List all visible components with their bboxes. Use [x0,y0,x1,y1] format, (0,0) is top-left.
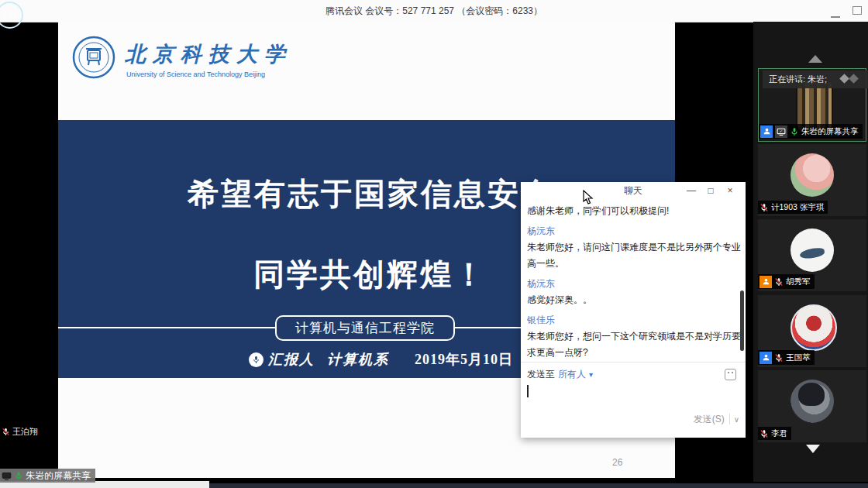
chat-message: 感谢朱老师，同学们可以积极提问! [527,203,746,219]
send-to-label: 发送至 [527,368,555,381]
tile-label: 李君 [758,427,791,440]
presenter-row: 汇报人 计算机系 [249,350,389,369]
participant-name: 李君 [771,428,787,439]
chat-message: 银佳乐 朱老师您好，想问一下这个研究领域是不是对学历要求更高一点呀? [527,312,746,361]
send-button[interactable]: 发送(S) [694,414,730,424]
screen-share-icon [2,471,12,481]
tile-label: 王国萃 [758,350,815,365]
slide-date: 2019年5月10日 [415,350,513,369]
chat-sender: 杨沅东 [527,223,746,239]
presenter-mic-icon [249,352,264,367]
meeting-title: 腾讯会议 会议号：527 771 257 （会议密码：6233） [0,0,868,22]
mic-muted-icon [774,277,784,287]
person-badge-icon [760,276,772,288]
chat-message: 杨沅东 朱老师您好，请问这门课难度是不是比另外两个专业高一些。 [527,223,746,272]
tile-label: 胡秀军 [758,274,815,289]
video-tile-zhangyuqi[interactable]: 计1903 张宇琪 [758,144,866,216]
divider [521,362,746,363]
tile-label: 朱岩的屏幕共享 [759,124,863,139]
slide-headline-1: 希望有志于国家信息安全 [188,173,554,215]
chat-input[interactable] [527,382,736,411]
presenter-name: 计算机系 [327,350,389,369]
screen-share-status[interactable]: 朱岩的屏幕共享 [0,469,95,483]
divider-line [58,327,275,328]
chat-sender: 银佳乐 [527,312,746,328]
mic-muted-icon [2,428,10,436]
participant-name: 朱岩的屏幕共享 [801,126,859,137]
scroll-up-arrow-icon[interactable] [808,55,822,63]
send-to-selector[interactable]: 所有人 [558,368,586,381]
presenter-label: 汇报人 [268,350,315,369]
chat-scrollbar[interactable] [740,290,744,351]
mic-muted-icon [760,429,769,438]
mic-muted-icon [760,203,769,212]
host-person-icon [760,125,773,138]
chat-window: 聊天 — □ × 感谢朱老师，同学们可以积极提问! 杨沅东 朱老师您好，请问这门… [521,182,746,438]
self-view-label: 王泊翔 [2,426,38,438]
chat-message: 杨沅东 感觉好深奥。。 [527,276,746,308]
participant-name: 王国萃 [786,352,811,363]
chat-close-icon[interactable]: × [724,185,736,196]
university-name-en: University of Science and Technology Bei… [126,70,265,78]
send-to-row: 发送至 所有人 ▾ [527,368,593,381]
send-row: 发送(S)∨ [521,413,739,426]
video-tile-lijun[interactable]: 李君 [758,370,866,442]
university-logo: 北京科技大学 University of Science and Technol… [72,34,305,88]
video-tile-huxiujun[interactable]: 胡秀军 [758,219,866,291]
chevron-down-icon[interactable]: ▾ [589,370,593,379]
chat-maximize-icon[interactable]: □ [704,185,717,196]
scroll-down-arrow-icon[interactable] [806,445,820,453]
university-seal-icon [72,36,115,79]
university-name-cn: 北京科技大学 [125,40,292,68]
chat-minimize-icon[interactable]: — [685,185,698,196]
participant-name: 计1903 张宇琪 [771,202,824,213]
mic-on-icon [790,127,799,136]
tile-label: 计1903 张宇琪 [758,201,828,214]
meeting-timer-bubble[interactable]: 1:04 [0,2,23,29]
slide-page-number: 26 [612,457,622,468]
app-titlebar: 腾讯会议 会议号：527 771 257 （会议密码：6233） [0,0,868,22]
mic-on-icon [14,471,23,480]
department-box: 计算机与通信工程学院 [275,315,455,341]
screen-share-label: 朱岩的屏幕共享 [26,469,91,483]
restore-button[interactable] [852,6,862,15]
send-options-chevron-icon[interactable]: ∨ [730,415,739,424]
participant-name: 王泊翔 [12,426,38,438]
avatar [790,304,837,351]
avatar [790,153,834,197]
screen-share-icon [775,125,787,138]
mouse-cursor [583,190,594,205]
background-taskbar-edge [209,483,868,488]
avatar [790,229,834,272]
emoji-icon[interactable] [725,369,736,380]
participant-name: 胡秀军 [786,277,811,287]
chat-sender: 杨沅东 [527,276,746,292]
chat-message-list: 感谢朱老师，同学们可以积极提问! 杨沅东 朱老师您好，请问这门课难度是不是比另外… [521,201,749,361]
slide-headline-2: 同学共创辉煌！ [253,253,487,296]
avatar [790,380,834,423]
person-badge-icon [760,352,772,364]
video-tile-wangguocui[interactable]: 王国萃 [758,295,866,367]
minimize-button[interactable] [831,10,840,18]
mic-muted-icon [774,353,784,363]
